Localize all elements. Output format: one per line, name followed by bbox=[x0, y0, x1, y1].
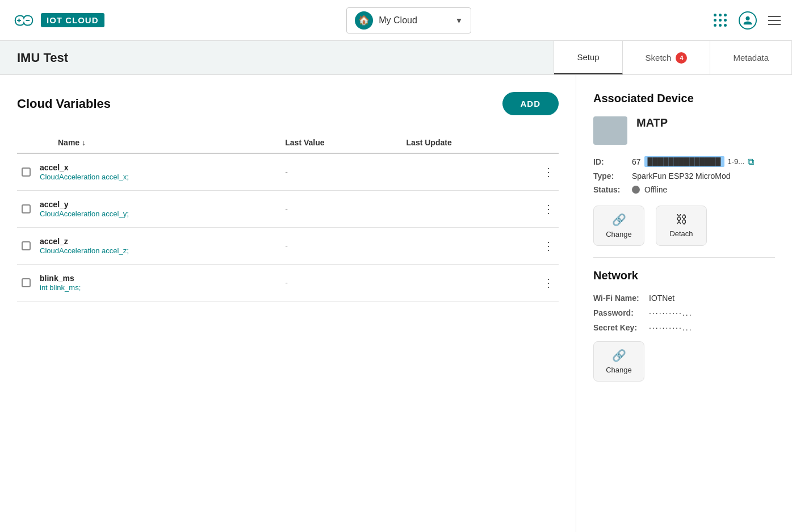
th-name[interactable]: Name ↓ bbox=[35, 132, 280, 153]
table-row: accel_y CloudAcceleration accel_y; - ⋮ bbox=[17, 191, 559, 228]
section-header: Cloud Variables ADD bbox=[17, 92, 559, 115]
associated-device-section: Associated Device MATP ID: 67 ██████████… bbox=[593, 92, 775, 246]
var-menu-2[interactable]: ⋮ bbox=[538, 228, 559, 265]
apps-grid-icon[interactable] bbox=[714, 14, 727, 27]
var-type-2: CloudAcceleration accel_z; bbox=[40, 246, 129, 255]
chevron-down-icon: ▼ bbox=[455, 16, 463, 25]
page-title-area: IMU Test bbox=[0, 41, 554, 74]
panel-divider bbox=[593, 257, 775, 258]
add-variable-button[interactable]: ADD bbox=[502, 92, 559, 115]
secret-key-row: Secret Key: ··········... bbox=[593, 323, 775, 332]
status-indicator bbox=[632, 186, 640, 194]
change-network-button[interactable]: 🔗 Change bbox=[593, 341, 644, 382]
cloud-label: My Cloud bbox=[379, 15, 449, 26]
table-row: blink_ms int blink_ms; - ⋮ bbox=[17, 265, 559, 301]
status-value: Offline bbox=[644, 185, 667, 194]
page-title: IMU Test bbox=[17, 51, 68, 65]
arduino-logo bbox=[11, 12, 36, 28]
var-last-update-3 bbox=[402, 265, 538, 301]
tab-sketch-label: Sketch bbox=[646, 53, 672, 62]
var-menu-0[interactable]: ⋮ bbox=[538, 153, 559, 191]
detach-icon: ⛓ bbox=[676, 213, 687, 226]
tab-setup-label: Setup bbox=[577, 52, 599, 62]
wifi-name-row: Wi-Fi Name: IOTNet bbox=[593, 294, 775, 303]
device-card: MATP bbox=[593, 116, 775, 145]
row-checkbox-cell bbox=[17, 265, 35, 301]
cloud-home-icon: 🏠 bbox=[355, 11, 373, 30]
device-status-row: Status: Offline bbox=[593, 185, 775, 194]
row-checkbox-cell bbox=[17, 191, 35, 228]
var-type-1: CloudAcceleration accel_y; bbox=[40, 210, 129, 218]
change-device-button[interactable]: 🔗 Change bbox=[593, 206, 644, 246]
var-last-value-0: - bbox=[280, 153, 401, 191]
table-row: accel_z CloudAcceleration accel_z; - ⋮ bbox=[17, 228, 559, 265]
device-id-row: ID: 67 ██████████████ 1-9... ⧉ bbox=[593, 156, 775, 167]
row-checkbox-0[interactable] bbox=[22, 167, 31, 177]
change-icon: 🔗 bbox=[612, 213, 626, 227]
th-last-value: Last Value bbox=[280, 132, 401, 153]
var-last-update-2 bbox=[402, 228, 538, 265]
th-checkbox bbox=[17, 132, 35, 153]
secret-key-value: ··········... bbox=[649, 323, 693, 332]
arduino-logo-icon bbox=[11, 12, 36, 28]
cloud-selector[interactable]: 🏠 My Cloud ▼ bbox=[346, 7, 471, 33]
tab-metadata-label: Metadata bbox=[733, 53, 769, 62]
detach-device-button[interactable]: ⛓ Detach bbox=[656, 206, 707, 246]
row-checkbox-2[interactable] bbox=[22, 241, 31, 250]
th-last-update: Last Update bbox=[402, 132, 538, 153]
copy-id-icon[interactable]: ⧉ bbox=[748, 157, 754, 167]
type-label: Type: bbox=[593, 171, 627, 181]
tab-metadata[interactable]: Metadata bbox=[710, 41, 792, 74]
var-menu-3[interactable]: ⋮ bbox=[538, 265, 559, 301]
associated-device-title: Associated Device bbox=[593, 92, 775, 105]
wifi-name-value: IOTNet bbox=[649, 294, 674, 303]
row-checkbox-cell bbox=[17, 153, 35, 191]
var-name-cell: accel_x CloudAcceleration accel_x; bbox=[35, 153, 280, 191]
main-layout: Cloud Variables ADD Name ↓ Last Value La… bbox=[0, 75, 792, 532]
id-highlighted: ██████████████ bbox=[644, 156, 724, 167]
device-thumbnail bbox=[593, 116, 627, 145]
cloud-variables-title: Cloud Variables bbox=[17, 97, 111, 111]
tab-setup[interactable]: Setup bbox=[554, 41, 622, 74]
th-actions bbox=[538, 132, 559, 153]
password-value: ··········... bbox=[649, 308, 693, 317]
header-right bbox=[714, 11, 781, 30]
network-change-label: Change bbox=[606, 366, 632, 374]
variables-table: Name ↓ Last Value Last Update accel_x Cl… bbox=[17, 132, 559, 301]
id-prefix: 67 bbox=[632, 157, 641, 166]
hamburger-menu-icon[interactable] bbox=[768, 16, 781, 25]
var-name-0: accel_x bbox=[40, 163, 276, 172]
table-row: accel_x CloudAcceleration accel_x; - ⋮ bbox=[17, 153, 559, 191]
device-type-row: Type: SparkFun ESP32 MicroMod bbox=[593, 171, 775, 181]
network-section: Network Wi-Fi Name: IOTNet Password: ···… bbox=[593, 269, 775, 382]
var-last-update-1 bbox=[402, 191, 538, 228]
var-menu-1[interactable]: ⋮ bbox=[538, 191, 559, 228]
row-checkbox-cell bbox=[17, 228, 35, 265]
device-actions: 🔗 Change ⛓ Detach bbox=[593, 206, 775, 246]
var-last-value-3: - bbox=[280, 265, 401, 301]
device-name: MATP bbox=[636, 116, 668, 129]
var-name-2: accel_z bbox=[40, 237, 276, 246]
left-panel: Cloud Variables ADD Name ↓ Last Value La… bbox=[0, 75, 576, 532]
var-name-1: accel_y bbox=[40, 200, 276, 209]
user-profile-icon[interactable] bbox=[739, 11, 757, 30]
secret-key-label: Secret Key: bbox=[593, 323, 644, 332]
right-panel: Associated Device MATP ID: 67 ██████████… bbox=[576, 75, 792, 532]
row-checkbox-3[interactable] bbox=[22, 278, 31, 287]
password-label: Password: bbox=[593, 308, 644, 317]
var-last-value-1: - bbox=[280, 191, 401, 228]
detach-label: Detach bbox=[669, 229, 693, 238]
password-row: Password: ··········... bbox=[593, 308, 775, 317]
status-label: Status: bbox=[593, 185, 627, 194]
var-name-cell: blink_ms int blink_ms; bbox=[35, 265, 280, 301]
tab-sketch[interactable]: Sketch 4 bbox=[623, 41, 711, 74]
tabs-area: Setup Sketch 4 Metadata bbox=[554, 41, 792, 74]
var-name-3: blink_ms bbox=[40, 274, 276, 283]
id-suffix: 1-9... bbox=[728, 157, 745, 166]
type-value: SparkFun ESP32 MicroMod bbox=[632, 171, 731, 181]
device-info: ID: 67 ██████████████ 1-9... ⧉ Type: Spa… bbox=[593, 156, 775, 194]
var-type-3: int blink_ms; bbox=[40, 283, 81, 292]
var-name-cell: accel_y CloudAcceleration accel_y; bbox=[35, 191, 280, 228]
row-checkbox-1[interactable] bbox=[22, 204, 31, 213]
id-label: ID: bbox=[593, 157, 627, 166]
